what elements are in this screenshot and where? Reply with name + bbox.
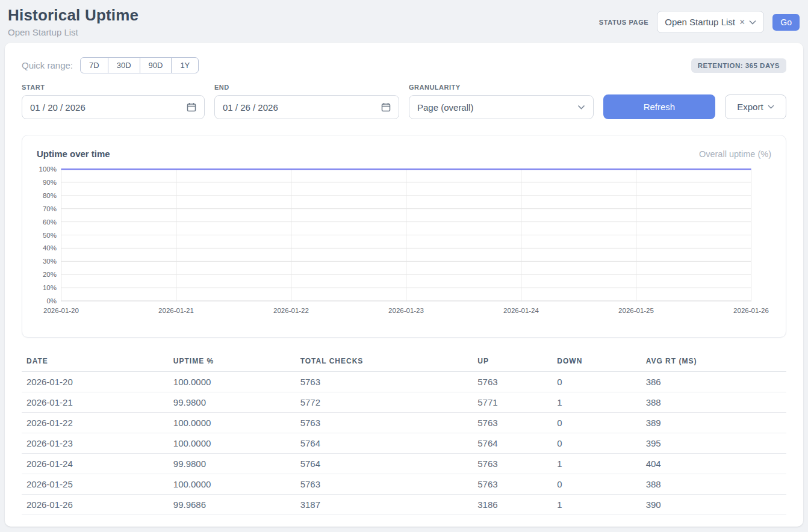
y-axis-tick: 60% bbox=[28, 218, 57, 226]
table-cell: 390 bbox=[641, 495, 786, 515]
granularity-label: GRANULARITY bbox=[409, 84, 594, 91]
chart-legend: Overall uptime (%) bbox=[699, 149, 771, 159]
table-cell: 2026-01-21 bbox=[22, 392, 169, 413]
col-down: DOWN bbox=[552, 352, 641, 372]
table-row: 2026-01-22100.0000576357630389 bbox=[22, 413, 786, 433]
table-cell: 388 bbox=[641, 392, 786, 413]
x-axis-tick: 2026-01-20 bbox=[43, 307, 79, 314]
table-cell: 100.0000 bbox=[169, 372, 296, 392]
end-date-input[interactable]: 01 / 26 / 2026 bbox=[214, 95, 399, 119]
table-cell: 395 bbox=[641, 433, 786, 454]
export-button[interactable]: Export bbox=[725, 94, 786, 119]
table-header-row: DATE UPTIME % TOTAL CHECKS UP DOWN AVG R… bbox=[22, 352, 786, 372]
table-cell: 5764 bbox=[473, 433, 552, 454]
table-cell: 386 bbox=[641, 372, 786, 392]
quick-range-90d[interactable]: 90D bbox=[140, 57, 172, 73]
table-cell: 5763 bbox=[296, 474, 473, 495]
table-cell: 5763 bbox=[296, 413, 473, 433]
table-cell: 100.0000 bbox=[169, 433, 296, 454]
chart-title: Uptime over time bbox=[37, 149, 110, 159]
start-date-field: START 01 / 20 / 2026 bbox=[22, 84, 205, 119]
quick-range-row: Quick range: 7D 30D 90D 1Y RETENTION: 36… bbox=[22, 57, 786, 73]
table-cell: 0 bbox=[552, 413, 641, 433]
table-row: 2026-01-20100.0000576357630386 bbox=[22, 372, 786, 392]
chart-plot-area: 0%10%20%30%40%50%60%70%80%90%100% bbox=[61, 169, 751, 302]
table-cell: 100.0000 bbox=[169, 474, 296, 495]
col-total-checks: TOTAL CHECKS bbox=[296, 352, 473, 372]
chevron-down-icon bbox=[749, 20, 756, 25]
table-cell: 99.9800 bbox=[169, 392, 296, 413]
refresh-button[interactable]: Refresh bbox=[603, 94, 715, 119]
col-up: UP bbox=[473, 352, 552, 372]
y-axis-tick: 90% bbox=[28, 178, 57, 187]
quick-range-7d[interactable]: 7D bbox=[80, 57, 108, 73]
chart-card: Uptime over time Overall uptime (%) 0%10… bbox=[22, 135, 786, 338]
table-cell: 3186 bbox=[473, 495, 552, 515]
table-cell: 2026-01-23 bbox=[22, 433, 169, 454]
table-cell: 99.9800 bbox=[169, 454, 296, 474]
y-axis-tick: 70% bbox=[28, 205, 57, 213]
status-page-select[interactable]: Open Startup List × bbox=[657, 11, 764, 33]
table-row: 2026-01-2499.9800576457631404 bbox=[22, 454, 786, 474]
start-date-value: 01 / 20 / 2026 bbox=[30, 102, 85, 113]
granularity-select[interactable]: Page (overall) bbox=[409, 95, 594, 119]
uptime-line-chart bbox=[61, 169, 751, 302]
end-date-field: END 01 / 26 / 2026 bbox=[214, 84, 399, 119]
chart-x-labels: 2026-01-202026-01-212026-01-222026-01-23… bbox=[61, 305, 751, 318]
header-right: STATUS PAGE Open Startup List × Go bbox=[599, 11, 800, 33]
quick-range-label: Quick range: bbox=[22, 60, 73, 70]
page-header: Historical Uptime Open Startup List STAT… bbox=[0, 0, 808, 37]
go-button[interactable]: Go bbox=[772, 14, 800, 31]
calendar-icon[interactable] bbox=[381, 102, 391, 112]
chart-wrap: 0%10%20%30%40%50%60%70%80%90%100% 2026-0… bbox=[61, 169, 751, 318]
table-cell: 5763 bbox=[473, 372, 552, 392]
header-left: Historical Uptime Open Startup List bbox=[8, 6, 138, 37]
table-cell: 2026-01-26 bbox=[22, 495, 169, 515]
chevron-down-icon bbox=[768, 105, 774, 109]
y-axis-tick: 30% bbox=[28, 257, 57, 265]
x-axis-tick: 2026-01-23 bbox=[388, 307, 424, 314]
table-cell: 388 bbox=[641, 474, 786, 495]
calendar-icon[interactable] bbox=[187, 102, 196, 112]
x-axis-tick: 2026-01-26 bbox=[733, 307, 769, 314]
col-uptime: UPTIME % bbox=[169, 352, 296, 372]
y-axis-tick: 50% bbox=[28, 231, 57, 240]
table-row: 2026-01-25100.0000576357630388 bbox=[22, 474, 786, 495]
chart-header: Uptime over time Overall uptime (%) bbox=[37, 149, 771, 159]
table-cell: 2026-01-20 bbox=[22, 372, 169, 392]
table-cell: 0 bbox=[552, 474, 641, 495]
table-row: 2026-01-23100.0000576457640395 bbox=[22, 433, 786, 454]
quick-range-30d[interactable]: 30D bbox=[108, 57, 140, 73]
col-date: DATE bbox=[22, 352, 169, 372]
table-row: 2026-01-2199.9800577257711388 bbox=[22, 392, 786, 413]
table-cell: 5763 bbox=[296, 372, 473, 392]
status-page-value: Open Startup List bbox=[665, 17, 735, 27]
uptime-table-section: DATE UPTIME % TOTAL CHECKS UP DOWN AVG R… bbox=[22, 352, 786, 515]
quick-range-segmented: 7D 30D 90D 1Y bbox=[80, 57, 199, 73]
clear-icon[interactable]: × bbox=[739, 17, 745, 27]
x-axis-tick: 2026-01-25 bbox=[618, 307, 654, 314]
table-cell: 1 bbox=[552, 454, 641, 474]
granularity-field: GRANULARITY Page (overall) bbox=[409, 84, 594, 119]
start-date-input[interactable]: 01 / 20 / 2026 bbox=[22, 95, 205, 119]
controls-row: START 01 / 20 / 2026 END 01 / 26 / 2026 … bbox=[22, 84, 786, 119]
page-subtitle: Open Startup List bbox=[8, 27, 138, 37]
quick-range-group: Quick range: 7D 30D 90D 1Y bbox=[22, 57, 199, 73]
table-cell: 5764 bbox=[296, 433, 473, 454]
table-cell: 5771 bbox=[473, 392, 552, 413]
chevron-down-icon bbox=[577, 105, 585, 110]
start-label: START bbox=[22, 84, 205, 91]
table-cell: 1 bbox=[552, 392, 641, 413]
table-row: 2026-01-2699.9686318731861390 bbox=[22, 495, 786, 515]
col-avg-rt: AVG RT (MS) bbox=[641, 352, 786, 372]
quick-range-1y[interactable]: 1Y bbox=[171, 57, 199, 73]
y-axis-tick: 0% bbox=[28, 297, 57, 305]
y-axis-tick: 20% bbox=[28, 270, 57, 279]
table-cell: 5764 bbox=[296, 454, 473, 474]
y-axis-tick: 100% bbox=[28, 165, 57, 173]
x-axis-tick: 2026-01-21 bbox=[158, 307, 194, 314]
table-cell: 100.0000 bbox=[169, 413, 296, 433]
y-axis-tick: 40% bbox=[28, 244, 57, 252]
x-axis-tick: 2026-01-24 bbox=[503, 307, 539, 314]
table-cell: 0 bbox=[552, 433, 641, 454]
